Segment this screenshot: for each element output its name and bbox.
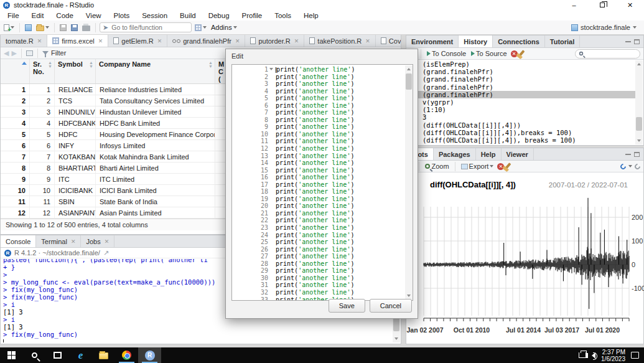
new-project-button[interactable] xyxy=(24,22,33,33)
tab-putorder.R[interactable]: putorder.R✕ xyxy=(245,35,304,47)
forward-arrow-icon[interactable]: ▶ xyxy=(11,49,16,57)
code-line[interactable]: 18print('another line') xyxy=(232,188,404,196)
pane-minimize-icon[interactable] xyxy=(625,41,631,42)
dialog-code-editor[interactable]: 1print('another line')2print('another li… xyxy=(231,64,413,301)
volume-icon[interactable] xyxy=(592,352,595,359)
code-line[interactable]: 21print('another line') xyxy=(232,210,404,217)
history-item[interactable]: (diff(OHLCData[[i]][,4]), breaks = 100) xyxy=(406,136,635,144)
tab-packages[interactable]: Packages xyxy=(434,148,476,160)
code-line[interactable]: 27print('another line') xyxy=(232,253,404,260)
menu-view[interactable]: View xyxy=(80,10,108,21)
addins-button[interactable]: Addins xyxy=(210,22,238,33)
pane-maximize-icon[interactable] xyxy=(634,152,640,157)
zoom-plot-button[interactable]: Zoom xyxy=(424,161,450,172)
code-line[interactable]: 3print('another line') xyxy=(232,80,404,88)
history-item[interactable]: (diff(OHLCData[[i]][,4]),breaks = 100) xyxy=(406,129,635,136)
save-all-button[interactable] xyxy=(70,22,79,33)
start-button[interactable] xyxy=(0,347,23,363)
close-tab-icon[interactable]: ✕ xyxy=(235,38,240,44)
column-header-Sr. No.[interactable]: Sr. No.▲▼ xyxy=(30,59,55,83)
new-file-button[interactable] xyxy=(2,22,16,33)
code-line[interactable]: 16print('another line') xyxy=(232,174,404,181)
close-tab-icon[interactable]: ✕ xyxy=(294,38,299,44)
fold-arrow-icon[interactable] xyxy=(269,68,273,70)
file-explorer-button[interactable] xyxy=(92,347,115,363)
history-search-input[interactable] xyxy=(586,49,629,59)
refresh-plot-icon[interactable] xyxy=(633,163,642,171)
internet-explorer-button[interactable]: e xyxy=(69,347,92,363)
code-line[interactable]: 26print('another line') xyxy=(232,246,404,253)
close-button[interactable]: ✕ xyxy=(616,0,644,10)
menu-file[interactable]: File xyxy=(1,10,26,21)
clear-plots-icon[interactable] xyxy=(505,163,511,170)
code-line[interactable]: 10print('another line') xyxy=(232,131,404,138)
tab-environment[interactable]: Environment xyxy=(406,35,459,47)
menu-help[interactable]: Help xyxy=(297,10,325,21)
goto-file-box[interactable]: ➤ xyxy=(100,22,192,32)
history-item[interactable]: (grand.finalehPfr) xyxy=(406,68,635,75)
network-icon[interactable] xyxy=(579,352,586,358)
tab-jobs[interactable]: Jobs✕ xyxy=(81,235,114,247)
close-tab-icon[interactable]: ✕ xyxy=(157,38,162,44)
tab-tutorial[interactable]: Tutorial xyxy=(545,35,581,47)
task-view-button[interactable] xyxy=(46,347,69,363)
tab-getElem.R[interactable]: getElem.R✕ xyxy=(108,35,167,47)
history-item[interactable]: (grand.finalehPfr) xyxy=(406,75,635,83)
save-dialog-button[interactable]: Save xyxy=(329,299,365,313)
tab-connections[interactable]: Connections xyxy=(493,35,545,47)
taskbar-clock[interactable]: 2:37 PM 1/6/2023 xyxy=(601,349,625,362)
restore-button[interactable] xyxy=(588,0,616,10)
history-search-box[interactable] xyxy=(575,49,640,59)
code-line[interactable]: 32print('another line') xyxy=(232,289,404,296)
export-plot-button[interactable]: Export xyxy=(460,161,495,172)
code-line[interactable]: 11print('another line') xyxy=(232,138,404,145)
tab-help[interactable]: Help xyxy=(476,148,502,160)
code-line[interactable]: 15print('another line') xyxy=(232,167,404,174)
column-header-Company Name[interactable]: Company Name▲▼ xyxy=(96,59,215,83)
history-item[interactable]: (1:10) xyxy=(406,106,635,113)
action-center-icon[interactable] xyxy=(631,352,639,359)
tab-tomate.R[interactable]: tomate.R✕ xyxy=(1,35,47,47)
tab-console[interactable]: Console xyxy=(1,235,36,247)
history-item[interactable]: (grand.finalehPfr) xyxy=(406,83,635,91)
menu-session[interactable]: Session xyxy=(136,10,174,21)
history-item[interactable]: (isElemPrep) xyxy=(406,60,635,68)
workspace-panes-button[interactable] xyxy=(194,22,208,33)
pane-minimize-icon[interactable] xyxy=(625,154,631,155)
open-in-window-icon[interactable] xyxy=(26,50,33,56)
close-tab-icon[interactable]: ✕ xyxy=(37,38,42,44)
close-tab-icon[interactable]: ✕ xyxy=(365,38,370,44)
menu-edit[interactable]: Edit xyxy=(26,10,50,21)
menu-profile[interactable]: Profile xyxy=(236,10,269,21)
close-tab-icon[interactable]: ✕ xyxy=(71,238,76,245)
tab-viewer[interactable]: Viewer xyxy=(502,148,534,160)
close-tab-icon[interactable]: ✕ xyxy=(105,238,110,245)
code-line[interactable]: 20print('another line') xyxy=(232,202,404,210)
print-button[interactable] xyxy=(81,22,91,33)
goto-file-input[interactable] xyxy=(110,23,197,32)
tab-Cover.R[interactable]: Cover.R✕ xyxy=(376,35,401,47)
code-line[interactable]: 19print('another line') xyxy=(232,196,404,203)
minimize-button[interactable]: – xyxy=(560,0,588,10)
code-line[interactable]: 8print('another line') xyxy=(232,116,404,124)
code-line[interactable]: 17print('another line') xyxy=(232,181,404,189)
menu-debug[interactable]: Debug xyxy=(202,10,236,21)
history-item[interactable]: (diff(OHLCData[[i]][,4])) xyxy=(406,121,635,129)
code-line[interactable]: 31print('another line') xyxy=(232,281,404,289)
history-scrollbar[interactable] xyxy=(635,60,643,144)
filter-icon[interactable] xyxy=(42,51,49,55)
menu-plots[interactable]: Plots xyxy=(108,10,136,21)
code-line[interactable]: 6print('another line') xyxy=(232,102,404,110)
publish-icon[interactable] xyxy=(619,163,627,171)
code-line[interactable]: 5print('another line') xyxy=(232,95,404,102)
code-line[interactable]: 9print('another line') xyxy=(232,123,404,131)
code-line[interactable]: 7print('another line') xyxy=(232,109,404,116)
popout-arrow-icon[interactable]: ↗ xyxy=(103,249,109,257)
code-line[interactable]: 2print('another line') xyxy=(232,73,404,81)
to-console-button[interactable]: To Console xyxy=(426,48,467,59)
code-line[interactable]: 28print('another line') xyxy=(232,260,404,268)
project-selector[interactable]: stocktrade.finale xyxy=(571,24,642,31)
open-file-button[interactable] xyxy=(35,22,50,33)
chrome-button[interactable] xyxy=(115,347,138,363)
code-line[interactable]: 24print('another line') xyxy=(232,232,404,239)
